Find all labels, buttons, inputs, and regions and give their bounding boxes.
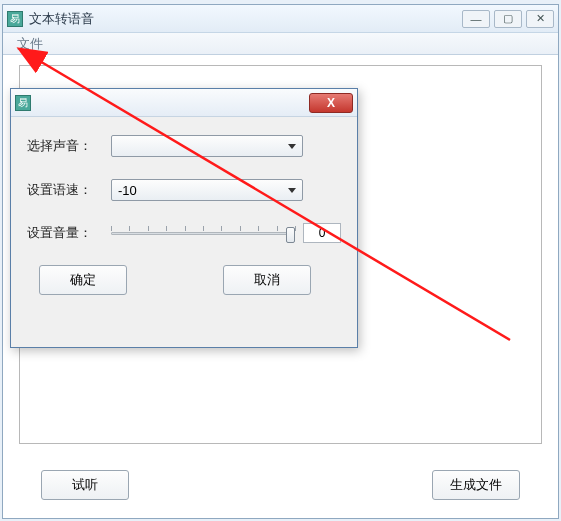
main-titlebar: 易 文本转语音 — ▢ ✕ <box>3 5 558 33</box>
volume-label: 设置音量： <box>27 224 111 242</box>
chevron-down-icon <box>288 144 296 149</box>
minimize-button[interactable]: — <box>462 10 490 28</box>
volume-control: 0 <box>111 223 341 243</box>
speed-row: 设置语速： -10 <box>27 179 341 201</box>
window-title: 文本转语音 <box>29 10 462 28</box>
close-button[interactable]: ✕ <box>526 10 554 28</box>
dialog-titlebar: 易 X <box>11 89 357 117</box>
menu-file[interactable]: 文件 <box>11 33 49 55</box>
speed-label: 设置语速： <box>27 181 111 199</box>
generate-file-button[interactable]: 生成文件 <box>432 470 520 500</box>
dialog-button-row: 确定 取消 <box>27 265 341 295</box>
volume-value-box: 0 <box>303 223 341 243</box>
slider-track <box>111 232 295 235</box>
slider-ticks <box>111 226 295 231</box>
app-icon: 易 <box>7 11 23 27</box>
voice-row: 选择声音： <box>27 135 341 157</box>
settings-dialog: 易 X 选择声音： 设置语速： -10 设置音量： <box>10 88 358 348</box>
dialog-body: 选择声音： 设置语速： -10 设置音量： <box>11 117 357 307</box>
speed-select-value: -10 <box>118 183 137 198</box>
chevron-down-icon <box>288 188 296 193</box>
cancel-button[interactable]: 取消 <box>223 265 311 295</box>
dialog-close-button[interactable]: X <box>309 93 353 113</box>
speed-select[interactable]: -10 <box>111 179 303 201</box>
dialog-app-icon: 易 <box>15 95 31 111</box>
preview-button[interactable]: 试听 <box>41 470 129 500</box>
volume-slider[interactable] <box>111 223 295 243</box>
bottom-button-row: 试听 生成文件 <box>3 470 558 500</box>
volume-row: 设置音量： 0 <box>27 223 341 243</box>
window-controls: — ▢ ✕ <box>462 10 554 28</box>
voice-label: 选择声音： <box>27 137 111 155</box>
voice-select[interactable] <box>111 135 303 157</box>
slider-thumb[interactable] <box>286 227 295 243</box>
menubar: 文件 <box>3 33 558 55</box>
maximize-button[interactable]: ▢ <box>494 10 522 28</box>
ok-button[interactable]: 确定 <box>39 265 127 295</box>
